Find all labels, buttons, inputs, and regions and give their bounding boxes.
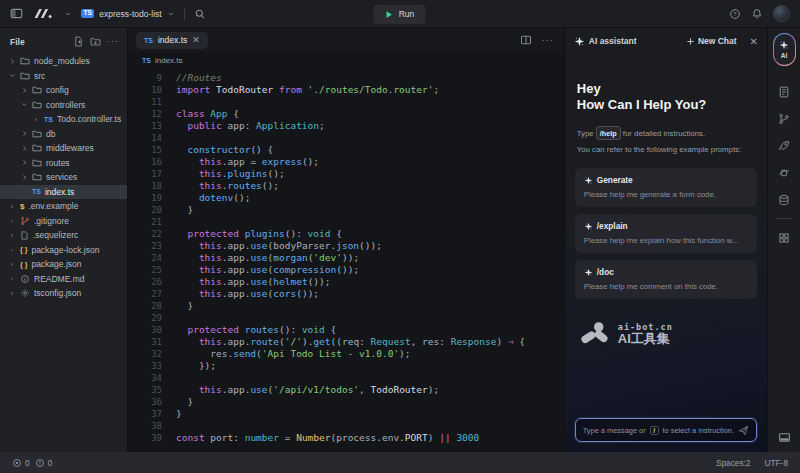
- tree-item-package-lock-json[interactable]: { }package-lock.json: [0, 243, 127, 258]
- code-line-28[interactable]: 28 }: [128, 300, 564, 312]
- code-text: [162, 312, 176, 324]
- new-file-icon[interactable]: [73, 36, 84, 47]
- code-line-20[interactable]: 20 }: [128, 204, 564, 216]
- close-panel-icon[interactable]: ✕: [750, 36, 758, 47]
- problems-errors[interactable]: 0: [12, 458, 30, 468]
- ai-assistant-rail-button[interactable]: AI: [773, 33, 796, 66]
- bell-icon[interactable]: [751, 8, 763, 20]
- tree-item-node-modules[interactable]: node_modules: [0, 54, 127, 69]
- code-line-32[interactable]: 32 res.send('Api Todo List - v1.0.0');: [128, 348, 564, 360]
- tree-item-src[interactable]: src: [0, 69, 127, 84]
- line-number: 28: [128, 300, 162, 312]
- chevron-down-icon[interactable]: [64, 10, 72, 18]
- code-line-35[interactable]: 35 this.app.use('/api/v1/todos', TodoRou…: [128, 384, 564, 396]
- code-line-38[interactable]: 38: [128, 420, 564, 432]
- workspace-logo[interactable]: [32, 7, 55, 20]
- tree-item-middlewares[interactable]: middlewares: [0, 141, 127, 156]
- code-line-13[interactable]: 13 public app: Application;: [128, 120, 564, 132]
- tree-item-todo-controller-ts[interactable]: TSTodo.controller.ts: [0, 112, 127, 127]
- encoding-setting[interactable]: UTF-8: [764, 458, 788, 468]
- tree-item-db[interactable]: db: [0, 127, 127, 142]
- tree-item-package-json[interactable]: { }package.json: [0, 257, 127, 272]
- tree-item--env-example[interactable]: $.env.example: [0, 199, 127, 214]
- folder-icon: [32, 100, 42, 110]
- database-icon[interactable]: [768, 186, 800, 213]
- panel-toggle-bottom-icon[interactable]: [778, 431, 791, 444]
- code-line-18[interactable]: 18 this.routes();: [128, 180, 564, 192]
- ts-file-icon: TS: [142, 57, 151, 64]
- assistant-greeting: Hey How Can I Help You?: [565, 81, 767, 113]
- watermark: ai-bot.cn AI工具集: [579, 320, 767, 347]
- tree-item-controllers[interactable]: controllers: [0, 98, 127, 113]
- search-icon[interactable]: [194, 8, 206, 20]
- split-editor-icon[interactable]: [520, 34, 532, 46]
- prompt-card--doc[interactable]: /docPlease help me comment on this code.: [575, 260, 757, 299]
- code-line-24[interactable]: 24 this.app.use(morgan('dev'));: [128, 252, 564, 264]
- line-number: 34: [128, 372, 162, 384]
- line-number: 29: [128, 312, 162, 324]
- docs-icon[interactable]: [768, 78, 800, 105]
- code-editor[interactable]: 9//Routes10import TodoRouter from './rou…: [128, 69, 564, 452]
- new-folder-icon[interactable]: [90, 36, 101, 47]
- code-text: public app: Application;: [162, 120, 325, 132]
- code-text: this.app = express();: [162, 156, 319, 168]
- code-line-23[interactable]: 23 this.app.use(bodyParser.json());: [128, 240, 564, 252]
- code-line-29[interactable]: 29: [128, 312, 564, 324]
- code-line-37[interactable]: 37}: [128, 408, 564, 420]
- new-chat-button[interactable]: New Chat: [686, 36, 737, 46]
- code-line-34[interactable]: 34: [128, 372, 564, 384]
- chat-input[interactable]: Type a message or / to select a instruct…: [575, 418, 757, 442]
- line-number: 20: [128, 204, 162, 216]
- tree-item-routes[interactable]: routes: [0, 156, 127, 171]
- code-line-27[interactable]: 27 this.app.use(cors());: [128, 288, 564, 300]
- tree-item-index-ts[interactable]: TSindex.ts: [0, 185, 127, 200]
- code-line-12[interactable]: 12class App {: [128, 108, 564, 120]
- indentation-setting[interactable]: Spaces:2: [716, 458, 751, 468]
- line-number: 32: [128, 348, 162, 360]
- code-line-25[interactable]: 25 this.app.use(compression());: [128, 264, 564, 276]
- line-number: 37: [128, 408, 162, 420]
- code-line-19[interactable]: 19 dotenv();: [128, 192, 564, 204]
- more-icon[interactable]: ···: [107, 37, 119, 46]
- tree-item--sequelizerc[interactable]: .sequelizerc: [0, 228, 127, 243]
- prompt-card--explain[interactable]: /explainPlease help me explain how this …: [575, 214, 757, 253]
- web-icon[interactable]: [768, 159, 800, 186]
- code-line-33[interactable]: 33 });: [128, 360, 564, 372]
- code-line-9[interactable]: 9//Routes: [128, 72, 564, 84]
- code-line-31[interactable]: 31 this.app.route('/').get((req: Request…: [128, 336, 564, 348]
- code-line-16[interactable]: 16 this.app = express();: [128, 156, 564, 168]
- deploy-icon[interactable]: [768, 132, 800, 159]
- tree-item-services[interactable]: services: [0, 170, 127, 185]
- editor-more-icon[interactable]: ···: [542, 36, 554, 45]
- tree-item-readme-md[interactable]: README.md: [0, 272, 127, 287]
- code-line-21[interactable]: 21: [128, 216, 564, 228]
- tree-item--gitignore[interactable]: .gitignore: [0, 214, 127, 229]
- ts-file-icon: TS: [32, 188, 41, 195]
- breadcrumb[interactable]: TS index.ts: [128, 52, 564, 69]
- run-button[interactable]: Run: [374, 5, 426, 24]
- avatar[interactable]: [773, 5, 790, 22]
- env-file-icon: $: [20, 202, 24, 211]
- code-line-22[interactable]: 22 protected plugins(): void {: [128, 228, 564, 240]
- project-switcher[interactable]: TS express-todo-list: [81, 9, 175, 19]
- tab-close-icon[interactable]: ✕: [192, 36, 200, 45]
- code-line-10[interactable]: 10import TodoRouter from './routes/Todo.…: [128, 84, 564, 96]
- code-line-36[interactable]: 36 }: [128, 396, 564, 408]
- send-icon[interactable]: [738, 425, 749, 436]
- code-line-15[interactable]: 15 constructor() {: [128, 144, 564, 156]
- tree-item-config[interactable]: config: [0, 83, 127, 98]
- code-line-39[interactable]: 39const port: number = Number(process.en…: [128, 432, 564, 444]
- code-line-17[interactable]: 17 this.plugins();: [128, 168, 564, 180]
- code-line-26[interactable]: 26 this.app.use(helmet());: [128, 276, 564, 288]
- code-line-14[interactable]: 14: [128, 132, 564, 144]
- problems-warnings[interactable]: 0: [35, 458, 53, 468]
- help-icon[interactable]: ?: [729, 8, 741, 20]
- source-control-icon[interactable]: [768, 105, 800, 132]
- sidebar-toggle-icon[interactable]: [10, 7, 23, 20]
- tab-index-ts[interactable]: TS index.ts ✕: [136, 32, 208, 49]
- apps-icon[interactable]: [768, 224, 800, 251]
- prompt-card-generate[interactable]: GeneratePlease help me generate a form c…: [575, 168, 757, 207]
- code-line-11[interactable]: 11: [128, 96, 564, 108]
- code-line-30[interactable]: 30 protected routes(): void {: [128, 324, 564, 336]
- tree-item-tsconfig-json[interactable]: tsconfig.json: [0, 286, 127, 301]
